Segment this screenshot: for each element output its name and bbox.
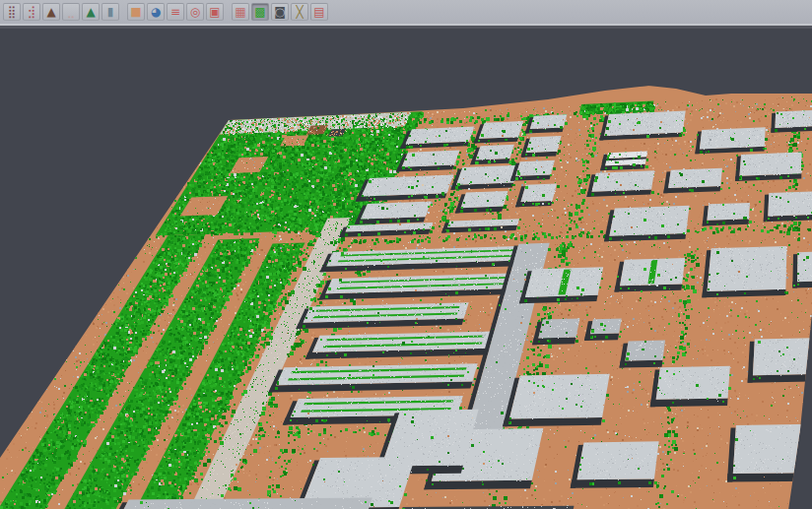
ring-select-icon-glyph: ◎ bbox=[190, 6, 200, 18]
layers-list-icon[interactable]: ≡ bbox=[167, 3, 184, 21]
point-cloud-icon[interactable]: ⣿ bbox=[3, 3, 21, 21]
vegetation-hill-icon[interactable]: ▲ bbox=[82, 3, 100, 21]
elevation-column-icon-glyph: ▮ bbox=[107, 6, 114, 18]
cross-marks-icon-glyph: ╳ bbox=[296, 6, 303, 18]
toolbar-group-separator bbox=[225, 3, 231, 21]
layers-list-icon-glyph: ≡ bbox=[170, 6, 180, 18]
striped-card-icon-glyph: ▤ bbox=[313, 6, 324, 18]
elevation-column-icon[interactable]: ▮ bbox=[102, 3, 119, 21]
sparse-points-icon-glyph: ⣀ bbox=[67, 6, 76, 18]
camera-icon-glyph: ◙ bbox=[274, 6, 286, 18]
viewport-panel bbox=[0, 29, 812, 509]
classify-points-icon[interactable]: ⣺ bbox=[23, 3, 40, 21]
globe-icon-glyph: ◕ bbox=[151, 6, 161, 18]
globe-icon[interactable]: ◕ bbox=[147, 3, 165, 21]
marquee-select-icon-glyph: ▣ bbox=[209, 6, 220, 18]
sparse-points-icon[interactable]: ⣀ bbox=[62, 3, 80, 21]
cross-marks-icon[interactable]: ╳ bbox=[291, 3, 308, 21]
grid-tile-icon[interactable]: ▦ bbox=[232, 3, 249, 21]
application-window: ⣿⣺▲⣀▲▮■◕≡◎▣▦▩◙╳▤ bbox=[0, 0, 812, 509]
toolbar: ⣿⣺▲⣀▲▮■◕≡◎▣▦▩◙╳▤ bbox=[0, 0, 812, 24]
grid-tile-icon-glyph: ▦ bbox=[235, 6, 245, 18]
ground-patch-icon-glyph: ■ bbox=[130, 6, 141, 18]
camera-icon[interactable]: ◙ bbox=[271, 3, 289, 21]
ground-patch-icon[interactable]: ■ bbox=[127, 3, 145, 21]
classify-points-icon-glyph: ⣺ bbox=[28, 6, 36, 18]
point-cloud-icon-glyph: ⣿ bbox=[8, 6, 17, 18]
3d-point-cloud-viewport[interactable] bbox=[0, 29, 812, 509]
toolbar-group-separator bbox=[120, 3, 126, 21]
ring-select-icon[interactable]: ◎ bbox=[186, 3, 204, 21]
marquee-select-icon[interactable]: ▣ bbox=[206, 3, 224, 21]
terrain-mound-icon-glyph: ▲ bbox=[46, 6, 55, 18]
classification-map-icon[interactable]: ▩ bbox=[251, 3, 269, 21]
terrain-mound-icon[interactable]: ▲ bbox=[42, 3, 60, 21]
vegetation-hill-icon-glyph: ▲ bbox=[86, 6, 95, 18]
classification-map-icon-glyph: ▩ bbox=[254, 6, 265, 18]
striped-card-icon[interactable]: ▤ bbox=[310, 3, 328, 21]
